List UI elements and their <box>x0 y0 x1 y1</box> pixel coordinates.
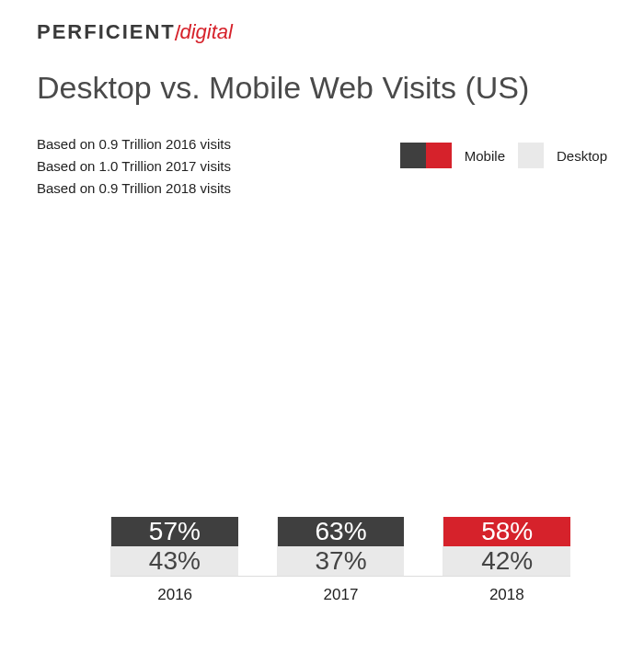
note-line: Based on 0.9 Trillion 2018 visits <box>37 178 231 200</box>
brand-logo: PERFICIENT / digital <box>37 18 607 44</box>
data-notes: Based on 0.9 Trillion 2016 visits Based … <box>37 133 231 200</box>
logo-slash-icon: / <box>175 20 181 46</box>
chart-area: 57% 43% 63% 37% 58% 42% 2016 2017 2018 <box>37 236 607 604</box>
legend-mobile-label: Mobile <box>465 148 505 164</box>
segment-desktop: 43% <box>111 546 238 576</box>
segment-mobile: 63% <box>278 517 405 546</box>
x-tick: 2017 <box>277 586 404 604</box>
bar-group: 57% 43% 63% 37% 58% 42% <box>110 236 570 577</box>
swatch-desktop-icon <box>518 143 544 168</box>
x-tick: 2016 <box>111 586 238 604</box>
swatch-dark-icon <box>400 143 426 168</box>
x-tick: 2018 <box>443 586 570 604</box>
bar-2018: 58% 42% <box>443 517 570 576</box>
note-line: Based on 0.9 Trillion 2016 visits <box>37 133 231 155</box>
note-line: Based on 1.0 Trillion 2017 visits <box>37 155 231 178</box>
chart-title: Desktop vs. Mobile Web Visits (US) <box>37 70 607 106</box>
bar-2017: 63% 37% <box>277 517 405 576</box>
segment-mobile: 57% <box>111 517 238 546</box>
x-axis: 2016 2017 2018 <box>110 586 570 604</box>
logo-perficient: PERFICIENT <box>37 20 176 44</box>
swatch-red-icon <box>426 143 452 168</box>
legend-mobile-swatch <box>400 143 452 168</box>
logo-digital: digital <box>179 20 232 44</box>
segment-mobile: 58% <box>443 517 570 546</box>
legend: Mobile Desktop <box>400 133 607 168</box>
meta-row: Based on 0.9 Trillion 2016 visits Based … <box>37 133 607 200</box>
bar-2016: 57% 43% <box>110 517 238 576</box>
segment-desktop: 37% <box>278 546 405 576</box>
legend-desktop-label: Desktop <box>557 148 607 164</box>
segment-desktop: 42% <box>443 546 570 576</box>
